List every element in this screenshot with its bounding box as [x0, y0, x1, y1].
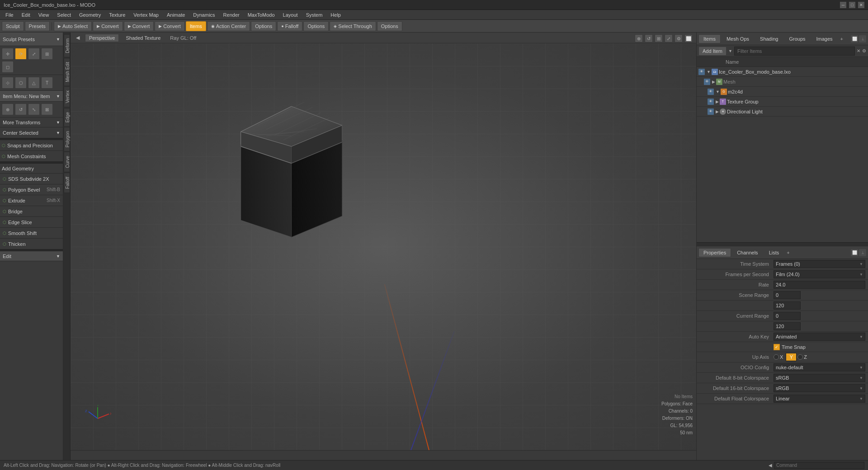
- menu-edit[interactable]: Edit: [18, 11, 34, 19]
- tool-scale-icon[interactable]: ⤢: [28, 48, 40, 60]
- prop-value-auto-key[interactable]: Animated: [774, 333, 865, 341]
- item-expand-2[interactable]: ▶: [712, 80, 715, 84]
- arrow-left-icon[interactable]: ◀: [769, 463, 772, 468]
- tab-mesh-ops[interactable]: Mesh Ops: [722, 34, 754, 43]
- close-btn[interactable]: ✕: [858, 2, 864, 8]
- viewport-icon-fit[interactable]: ⤢: [665, 34, 673, 42]
- item-expand-3[interactable]: ▼: [716, 89, 720, 94]
- vtab-deform[interactable]: Deform: [64, 34, 70, 57]
- select-through-btn[interactable]: ◈ Select Through: [330, 21, 376, 31]
- item-expand-5[interactable]: ▶: [716, 109, 719, 114]
- viewport-tab-shaded[interactable]: Shaded Texture: [122, 34, 165, 42]
- prop-value-time-system[interactable]: Frames (0): [774, 260, 865, 268]
- transform-transform-icon[interactable]: ⊠: [41, 103, 53, 115]
- viewport-tab-perspective[interactable]: Perspective: [85, 34, 119, 42]
- prop-value-16bit[interactable]: sRGB: [774, 384, 865, 392]
- viewport-nav-icon[interactable]: ◀: [73, 34, 82, 42]
- filter-close-icon[interactable]: ✕: [857, 48, 860, 53]
- add-item-dropdown-icon[interactable]: ▼: [728, 49, 732, 53]
- tool-paint-icon[interactable]: ⬡: [15, 77, 27, 89]
- menu-help[interactable]: Help: [327, 11, 344, 19]
- tab-channels[interactable]: Channels: [732, 248, 763, 257]
- vtab-vertex[interactable]: Vertex: [64, 86, 70, 107]
- menu-vertex-map[interactable]: Vertex Map: [130, 11, 162, 19]
- item-row-light[interactable]: 👁 ▶ ☀ Directional Light: [697, 107, 868, 117]
- tab-add-2[interactable]: +: [787, 250, 789, 255]
- transform-rotate-icon[interactable]: ↺: [15, 103, 27, 115]
- minimize-btn[interactable]: ─: [840, 2, 846, 8]
- filter-settings-icon[interactable]: ⚙: [862, 48, 866, 53]
- add-geometry[interactable]: Add Geometry: [0, 164, 63, 174]
- filter-items-input[interactable]: [734, 47, 855, 56]
- menu-animate[interactable]: Animate: [163, 11, 189, 19]
- item-row-scene[interactable]: 👁 ▼ 🗂 Ice_Cooler_Box_modo_base.lxo: [697, 67, 868, 77]
- up-axis-btn-y[interactable]: Y: [786, 353, 797, 361]
- tab-images[interactable]: Images: [811, 34, 838, 43]
- prop-value-ocio[interactable]: nuke-default: [774, 363, 865, 371]
- viewport-icon-2[interactable]: ↺: [645, 34, 653, 42]
- snaps-precision[interactable]: ⬡ Snaps and Precision: [0, 140, 63, 151]
- menu-file[interactable]: File: [2, 11, 17, 19]
- more-transforms[interactable]: More Transforms ▼: [0, 118, 63, 127]
- tool-snap-icon[interactable]: ⊹: [2, 77, 14, 89]
- prop-scene-range-end-val[interactable]: 120: [774, 301, 801, 310]
- tool-rotate-icon[interactable]: ⟳: [15, 48, 27, 60]
- tab-items[interactable]: Items: [698, 34, 721, 43]
- convert-btn-3[interactable]: ▶ Convert: [155, 21, 185, 31]
- item-eye-4[interactable]: 👁: [708, 99, 714, 105]
- item-row-mesh[interactable]: 👁 ▶ M Mesh: [697, 77, 868, 87]
- mesh-constraints[interactable]: ⬡ Mesh Constraints: [0, 151, 63, 162]
- menu-view[interactable]: View: [35, 11, 53, 19]
- sculpt-btn[interactable]: Sculpt: [2, 21, 24, 31]
- center-selected[interactable]: Center Selected ▼: [0, 127, 63, 138]
- tool-edge-slice[interactable]: ⬡ Edge Slice: [0, 217, 63, 228]
- tab-groups[interactable]: Groups: [784, 34, 810, 43]
- vtab-edge[interactable]: Edge: [64, 108, 70, 127]
- options-btn-3[interactable]: Options: [377, 21, 402, 31]
- menu-texture[interactable]: Texture: [105, 11, 129, 19]
- panel-bottom-icon-1[interactable]: ⬜: [851, 249, 858, 256]
- prop-value-float[interactable]: Linear: [774, 395, 865, 403]
- presets-btn[interactable]: Presets: [25, 21, 50, 31]
- item-expand-1[interactable]: ▼: [707, 70, 711, 74]
- items-btn[interactable]: Items: [186, 21, 206, 31]
- options-btn-2[interactable]: Options: [303, 21, 329, 31]
- menu-render[interactable]: Render: [220, 11, 243, 19]
- options-btn-1[interactable]: Options: [251, 21, 276, 31]
- item-eye-5[interactable]: 👁: [708, 108, 714, 115]
- tab-shading[interactable]: Shading: [755, 34, 783, 43]
- tool-thicken[interactable]: ⬡ Thicken: [0, 239, 63, 249]
- tool-sculpt2-icon[interactable]: △: [28, 77, 40, 89]
- edit-dropdown[interactable]: Edit ▼: [0, 251, 63, 261]
- viewport-canvas[interactable]: X Y Z No Items Polygons: Face Channels: …: [71, 43, 696, 450]
- prop-current-range-start[interactable]: 0: [774, 312, 801, 320]
- panel-top-icon-2[interactable]: ⟂: [859, 35, 866, 42]
- tab-properties[interactable]: Properties: [698, 248, 731, 257]
- prop-value-rate[interactable]: 24.0: [774, 281, 865, 289]
- convert-btn-2[interactable]: ▶ Convert: [124, 21, 154, 31]
- menu-maxtomodo[interactable]: MaxToModo: [244, 11, 278, 19]
- tool-sds[interactable]: ⬡ SDS Subdivide 2X: [0, 174, 63, 184]
- tool-transform-icon[interactable]: ⊞: [41, 48, 53, 60]
- viewport-icon-zoom[interactable]: ⊞: [655, 34, 663, 42]
- add-item-btn[interactable]: Add Item: [698, 47, 726, 56]
- prop-current-range-end-val[interactable]: 120: [774, 322, 801, 330]
- item-eye-2[interactable]: 👁: [704, 79, 710, 85]
- vtab-curve[interactable]: Curve: [64, 152, 70, 172]
- maximize-btn[interactable]: □: [849, 2, 855, 8]
- panel-bottom-icon-2[interactable]: ⟂: [859, 249, 866, 256]
- prop-value-fps[interactable]: Film (24.0): [774, 270, 865, 278]
- tab-lists[interactable]: Lists: [764, 248, 784, 257]
- viewport-icon-maximize[interactable]: ⬜: [684, 34, 693, 42]
- prop-value-8bit[interactable]: sRGB: [774, 374, 865, 382]
- tool-move-icon[interactable]: ✛: [2, 48, 14, 60]
- menu-system[interactable]: System: [302, 11, 326, 19]
- menu-select[interactable]: Select: [53, 11, 75, 19]
- items-list[interactable]: 👁 ▼ 🗂 Ice_Cooler_Box_modo_base.lxo 👁 ▶ M…: [697, 67, 868, 242]
- tool-select-icon[interactable]: ◻: [2, 61, 14, 73]
- sculpt-presets-header[interactable]: Sculpt Presets ▼: [0, 33, 63, 46]
- item-expand-4[interactable]: ▶: [716, 99, 719, 104]
- viewport-icon-1[interactable]: ⊕: [635, 34, 643, 42]
- menu-geometry[interactable]: Geometry: [75, 11, 104, 19]
- time-snap-checkbox[interactable]: ✓: [774, 344, 780, 350]
